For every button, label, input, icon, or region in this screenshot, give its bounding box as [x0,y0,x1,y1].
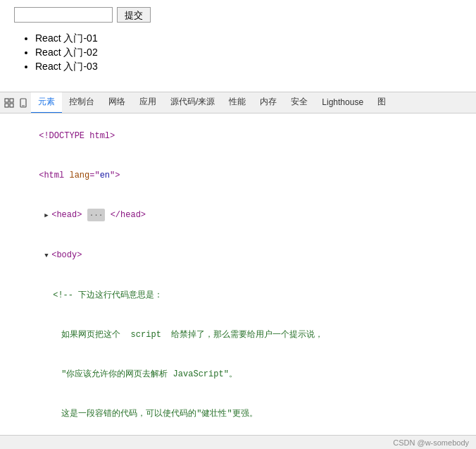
dom-line-doctype: <!DOCTYPE html> [0,116,476,156]
search-bar: 提交 [14,7,462,23]
tab-performance[interactable]: 性能 [222,92,253,113]
tab-network[interactable]: 网络 [101,92,132,113]
tab-memory[interactable]: 内存 [253,92,284,113]
tab-more[interactable]: 图 [370,92,393,113]
svg-rect-0 [5,99,8,102]
triangle-icon[interactable]: ▼ [44,250,51,262]
dom-line-comment-1: 如果网页把这个 script 给禁掉了，那么需要给用户一个提示说， [0,315,476,355]
dom-line-comment-2: "你应该允许你的网页去解析 JavaScript"。 [0,355,476,394]
devtools-tab-bar: 元素 控制台 网络 应用 源代码/来源 性能 内存 安全 Lighthouse … [0,92,476,113]
browser-page-content: 提交 React 入门-01 React 入门-02 React 入门-03 [0,0,476,92]
device-icon[interactable] [17,97,30,109]
react-list: React 入门-01 React 入门-02 React 入门-03 [14,32,462,73]
dom-line-comment-start: <!-- 下边这行代码意思是： [0,276,476,315]
dom-line-noscript: <noscript>You need to enable JavaScript … [0,433,476,435]
search-input[interactable] [14,7,113,23]
svg-rect-2 [5,104,8,107]
tab-security[interactable]: 安全 [284,92,315,113]
list-item: React 入门-01 [35,32,462,45]
devtools-footer: CSDN @w-somebody [0,435,476,449]
tab-console[interactable]: 控制台 [62,92,101,113]
triangle-icon[interactable]: ▶ [44,209,51,222]
tab-application[interactable]: 应用 [132,92,163,113]
dom-line-head[interactable]: ▶<head> ··· </head> [0,195,476,235]
tab-sources[interactable]: 源代码/来源 [163,92,222,113]
svg-rect-1 [10,99,13,102]
footer-text: CSDN @w-somebody [393,438,469,447]
dom-line-comment-3: 这是一段容错的代码，可以使代码的"健壮性"更强。 [0,394,476,433]
tab-elements[interactable]: 元素 [31,92,62,113]
dom-line-html: <html lang="en"> [0,156,476,195]
list-item: React 入门-02 [35,47,462,59]
svg-rect-3 [10,104,13,107]
search-submit-button[interactable]: 提交 [117,7,151,23]
devtools-panel: 元素 控制台 网络 应用 源代码/来源 性能 内存 安全 Lighthouse … [0,92,476,449]
dom-line-body[interactable]: ▼<body> [0,235,476,276]
inspect-icon[interactable] [3,97,15,109]
list-item: React 入门-03 [35,61,462,73]
dom-inspector[interactable]: <!DOCTYPE html> <html lang="en"> ▶<head>… [0,113,476,435]
tab-lighthouse[interactable]: Lighthouse [315,92,370,113]
